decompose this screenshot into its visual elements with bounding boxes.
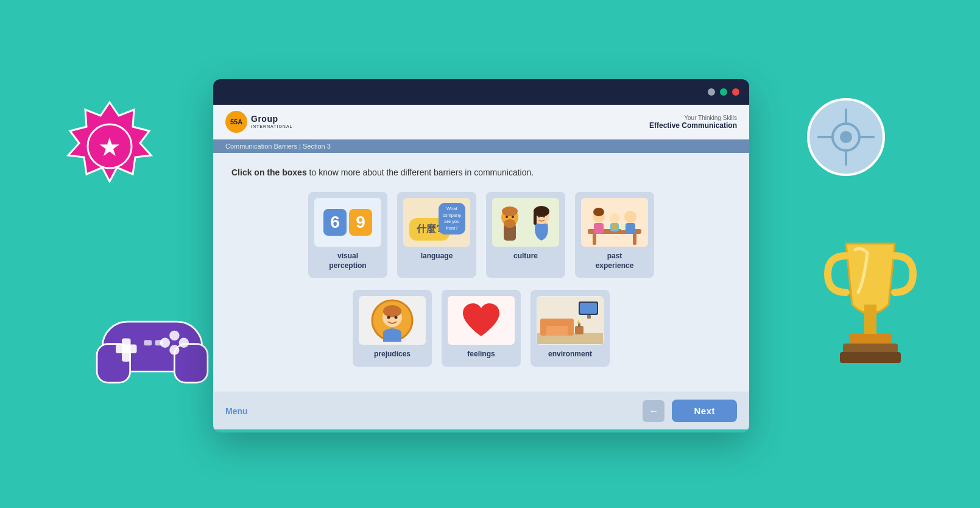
card-label-environment: environment [548,350,592,359]
next-button[interactable]: Next [672,400,737,422]
logo-icon: 55A [225,111,247,133]
card-image-feelings [448,296,515,345]
trophy-decoration [809,231,931,390]
card-culture[interactable]: culture [486,192,565,278]
svg-point-28 [502,206,518,216]
back-button[interactable]: ← [643,400,664,422]
browser-footer: Menu ← Next [213,392,749,429]
card-image-visual-perception: 6 9 [314,198,381,247]
svg-text:★: ★ [98,133,121,161]
svg-point-8 [169,331,179,340]
svg-rect-57 [587,315,591,319]
card-label-past-experience: pastexperience [596,252,634,270]
svg-point-10 [169,345,179,355]
instruction-text: Click on the boxes to know more about th… [231,168,731,177]
svg-rect-24 [840,352,901,363]
card-environment[interactable]: environment [531,290,610,367]
svg-point-50 [383,305,401,317]
logo: 55A Group International [225,111,293,133]
svg-rect-22 [849,334,892,345]
card-label-prejudices: prejudices [374,350,411,359]
breadcrumb: Communication Barriers | Section 3 [213,139,749,153]
svg-rect-21 [864,305,876,335]
titlebar [213,79,749,105]
titlebar-dot-red [732,88,739,96]
card-prejudices[interactable]: prejudices [353,290,432,367]
card-label-culture: culture [513,252,538,261]
card-label-visual-perception: visualperception [329,252,366,270]
svg-rect-63 [578,323,580,327]
card-past-experience[interactable]: pastexperience [575,192,654,278]
card-language[interactable]: 什麼? Whatcompanyare youfrom? language [397,192,476,278]
menu-button[interactable]: Menu [225,406,248,416]
titlebar-dot-gray [708,88,715,96]
titlebar-dot-green [720,88,727,96]
logo-text: Group International [251,115,293,129]
browser-window: 55A Group International Your Thinking Sk… [213,79,749,432]
svg-rect-37 [593,233,596,245]
svg-rect-47 [621,224,626,230]
svg-rect-56 [580,303,597,314]
svg-rect-45 [626,223,635,234]
browser-header: 55A Group International Your Thinking Sk… [213,105,749,139]
svg-point-46 [612,224,618,230]
svg-point-52 [395,316,398,319]
svg-point-34 [538,215,540,217]
svg-point-51 [387,316,390,319]
svg-point-35 [543,215,545,217]
card-visual-perception[interactable]: 6 9 visualperception [308,192,387,278]
card-feelings[interactable]: feelings [442,290,521,367]
card-image-culture [492,198,559,247]
svg-point-44 [624,211,636,223]
svg-point-30 [512,216,514,218]
svg-rect-7 [116,344,137,353]
svg-rect-23 [843,344,898,353]
svg-rect-40 [594,223,604,234]
svg-rect-12 [144,340,152,345]
cards-row-1: 6 9 visualperception 什麼? Whatcompanyare … [231,192,731,278]
svg-point-42 [610,213,619,223]
svg-rect-61 [568,319,574,336]
card-label-language: language [421,252,453,261]
card-label-feelings: feelings [467,350,495,359]
controller-decoration [91,292,213,390]
svg-point-41 [593,208,604,216]
card-image-language: 什麼? Whatcompanyare youfrom? [403,198,470,247]
content-area: Click on the boxes to know more about th… [213,153,749,392]
card-image-past-experience [581,198,648,247]
card-image-environment [537,296,604,345]
svg-rect-5 [174,344,208,383]
svg-rect-33 [534,213,537,225]
target-decoration [806,97,886,177]
svg-point-29 [506,216,508,218]
svg-rect-62 [575,326,583,334]
back-arrow-icon: ← [649,406,658,417]
header-course-info: Your Thinking Skills Effective Communica… [649,115,737,130]
cards-row-2: prejudices feelings [231,290,731,367]
svg-point-27 [504,219,516,228]
badge-decoration: ★ [61,97,158,195]
svg-rect-13 [155,340,163,345]
svg-rect-60 [540,319,546,336]
svg-point-9 [179,338,189,348]
svg-rect-38 [633,233,636,245]
svg-point-16 [840,131,852,143]
card-image-prejudices [359,296,426,345]
